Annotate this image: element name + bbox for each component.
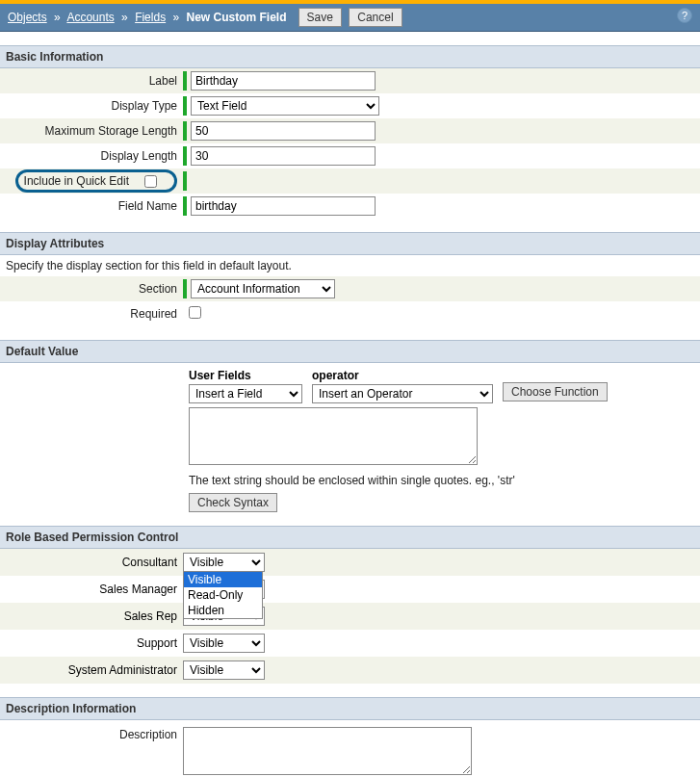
label-label: Label: [0, 74, 183, 88]
default-value-textarea[interactable]: [189, 407, 478, 465]
section-default-value: Default Value: [0, 340, 700, 363]
role-label: Sales Rep: [0, 609, 183, 623]
label-description: Description: [0, 722, 183, 741]
role-row: Sales ManagerVisible: [0, 576, 700, 603]
default-value-hint: The text string should be enclosed withi…: [189, 474, 700, 487]
user-fields-select[interactable]: Insert a Field: [189, 384, 302, 403]
role-row: Sales RepVisible: [0, 603, 700, 630]
role-label: Sales Manager: [0, 583, 183, 596]
required-checkbox[interactable]: [189, 306, 201, 319]
label-display-type: Display Type: [0, 99, 183, 113]
label-operator: operator: [312, 369, 495, 382]
role-label: Support: [0, 636, 183, 650]
save-button[interactable]: Save: [298, 8, 342, 27]
breadcrumb-fields[interactable]: Fields: [135, 11, 166, 24]
description-textarea[interactable]: [183, 727, 472, 775]
label-field-name: Field Name: [0, 199, 183, 213]
breadcrumb-accounts[interactable]: Accounts: [66, 11, 114, 24]
role-permission-select[interactable]: Visible: [183, 634, 265, 653]
choose-function-button[interactable]: Choose Function: [503, 382, 608, 401]
role-dropdown-open: VisibleRead-OnlyHidden: [183, 571, 263, 619]
label-section: Section: [0, 282, 183, 296]
label-input[interactable]: [191, 71, 376, 91]
page-header: Objects » Accounts » Fields » New Custom…: [0, 4, 700, 32]
display-length-input[interactable]: [191, 146, 376, 166]
field-name-input[interactable]: [191, 196, 376, 216]
role-row: System AdministratorVisible: [0, 657, 700, 684]
section-select[interactable]: Account Information: [191, 279, 335, 298]
operator-select[interactable]: Insert an Operator: [312, 384, 493, 403]
role-option[interactable]: Hidden: [184, 603, 262, 618]
section-display-attributes: Display Attributes: [0, 232, 700, 255]
breadcrumb: Objects » Accounts » Fields » New Custom…: [8, 11, 287, 24]
section-description-information: Description Information: [0, 697, 700, 720]
role-row: ConsultantVisibleVisibleRead-OnlyHidden: [0, 549, 700, 576]
breadcrumb-current: New Custom Field: [187, 11, 287, 24]
role-row: SupportVisible: [0, 630, 700, 657]
max-storage-input[interactable]: [191, 121, 376, 141]
label-max-storage: Maximum Storage Length: [0, 124, 183, 138]
role-permission-select[interactable]: Visible: [183, 660, 265, 680]
role-label: Consultant: [0, 556, 183, 569]
role-option[interactable]: Visible: [184, 572, 262, 587]
label-quick-edit: Include in Quick Edit: [15, 169, 177, 193]
quick-edit-checkbox[interactable]: [144, 175, 157, 188]
label-user-fields: User Fields: [189, 369, 304, 382]
section-role-permission: Role Based Permission Control: [0, 526, 700, 549]
cancel-button[interactable]: Cancel: [349, 8, 402, 27]
display-type-select[interactable]: Text Field: [191, 96, 379, 116]
check-syntax-button[interactable]: Check Syntax: [189, 493, 277, 512]
role-option[interactable]: Read-Only: [184, 587, 262, 603]
role-label: System Administrator: [0, 663, 183, 677]
role-permission-select[interactable]: Visible: [183, 553, 265, 572]
label-required: Required: [0, 307, 183, 321]
label-display-length: Display Length: [0, 149, 183, 163]
breadcrumb-objects[interactable]: Objects: [8, 11, 47, 24]
help-icon[interactable]: ?: [677, 8, 692, 23]
section-basic-information: Basic Information: [0, 45, 700, 68]
display-attrs-note: Specify the display section for this fie…: [0, 255, 700, 276]
